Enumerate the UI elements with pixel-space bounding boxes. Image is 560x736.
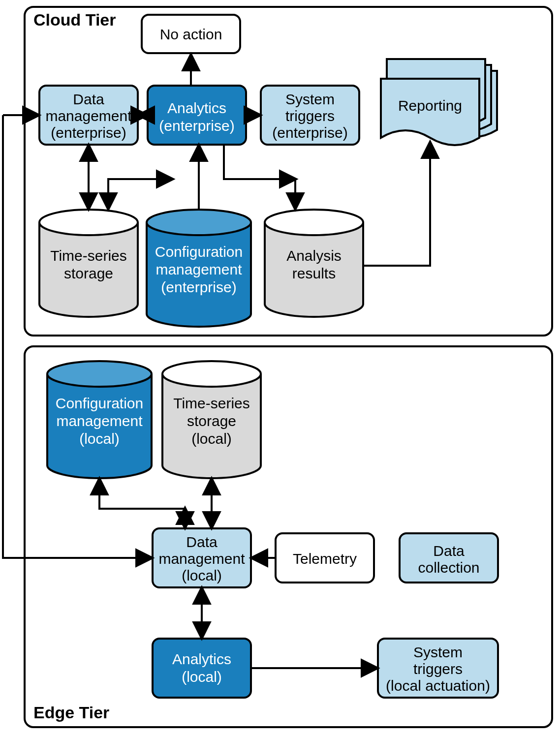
svg-text:Analysis: Analysis: [286, 247, 342, 264]
svg-text:Data: Data: [73, 91, 104, 107]
svg-text:Telemetry: Telemetry: [293, 551, 357, 567]
svg-text:management: management: [45, 108, 132, 124]
svg-text:Analytics: Analytics: [172, 651, 231, 667]
svg-text:System: System: [285, 91, 335, 107]
system-triggers-enterprise-box: System triggers (enterprise): [261, 86, 359, 145]
analysis-results-cylinder: Analysis results: [265, 210, 363, 317]
reporting-document-icon: Reporting: [381, 59, 497, 145]
time-series-storage-cylinder: Time-series storage: [39, 210, 138, 317]
configuration-management-local-cylinder: Configuration management (local): [47, 361, 152, 478]
edge-tier-label: Edge Tier: [33, 703, 109, 722]
svg-text:System: System: [413, 644, 463, 660]
svg-text:storage: storage: [187, 413, 236, 429]
svg-text:Configuration: Configuration: [56, 395, 143, 411]
telemetry-box: Telemetry: [276, 533, 374, 583]
analytics-local-box: Analytics (local): [153, 639, 251, 698]
svg-text:(enterprise): (enterprise): [51, 124, 126, 141]
svg-point-21: [265, 210, 363, 235]
analytics-enterprise-box: Analytics (enterprise): [148, 86, 246, 145]
svg-text:Reporting: Reporting: [398, 97, 462, 114]
no-action-box: No action: [142, 15, 240, 53]
svg-point-17: [147, 210, 251, 235]
svg-text:No action: No action: [160, 26, 222, 42]
svg-point-24: [47, 361, 152, 387]
svg-rect-41: [153, 639, 251, 698]
cloud-tier-label: Cloud Tier: [33, 10, 116, 29]
svg-text:(enterprise): (enterprise): [161, 279, 236, 295]
svg-text:(local): (local): [182, 669, 222, 685]
svg-text:(enterprise): (enterprise): [272, 124, 347, 141]
svg-text:management: management: [156, 261, 242, 277]
svg-text:(local): (local): [182, 567, 222, 583]
svg-text:triggers: triggers: [285, 108, 335, 124]
svg-text:(local actuation): (local actuation): [386, 677, 490, 694]
svg-text:storage: storage: [64, 265, 113, 281]
svg-text:(enterprise): (enterprise): [159, 118, 234, 134]
system-triggers-local-box: System triggers (local actuation): [378, 639, 498, 698]
architecture-diagram: Cloud Tier Edge Tier No action Data mana…: [0, 0, 560, 736]
data-management-local-box: Data management (local): [153, 528, 251, 587]
svg-text:Time-series: Time-series: [173, 395, 250, 411]
svg-point-14: [39, 210, 138, 235]
svg-text:Data: Data: [433, 543, 465, 559]
svg-text:management: management: [56, 413, 143, 429]
svg-text:collection: collection: [418, 559, 479, 576]
svg-text:Data: Data: [186, 534, 218, 550]
svg-text:results: results: [292, 265, 336, 281]
svg-text:Analytics: Analytics: [167, 100, 226, 116]
svg-text:(local): (local): [191, 430, 232, 447]
svg-text:management: management: [158, 551, 245, 567]
svg-text:triggers: triggers: [413, 661, 463, 677]
svg-text:(local): (local): [79, 430, 120, 447]
data-collection-box: Data collection: [400, 533, 498, 583]
svg-point-28: [162, 361, 261, 387]
data-management-enterprise-box: Data management (enterprise): [39, 86, 138, 145]
configuration-management-enterprise-cylinder: Configuration management (enterprise): [147, 210, 251, 327]
time-series-storage-local-cylinder: Time-series storage (local): [162, 361, 261, 478]
svg-text:Configuration: Configuration: [155, 244, 243, 260]
svg-text:Time-series: Time-series: [50, 247, 127, 264]
